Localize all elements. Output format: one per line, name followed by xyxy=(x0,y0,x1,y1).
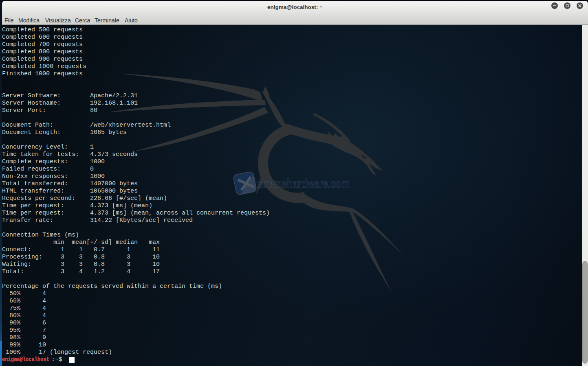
svg-text:xtremehardware.com: xtremehardware.com xyxy=(257,177,350,190)
